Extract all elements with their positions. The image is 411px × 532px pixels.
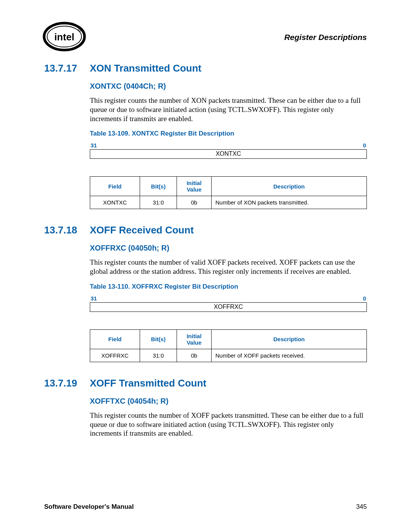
cell-field: XONTXC — [90, 196, 140, 209]
th-bits: Bit(s) — [140, 177, 177, 196]
section-heading: 13.7.18 XOFF Received Count — [44, 224, 367, 236]
section-body: XOFFTXC (04054h; R) This register counts… — [90, 397, 367, 438]
section-xoff-received: 13.7.18 XOFF Received Count XOFFRXC (040… — [44, 224, 367, 362]
section-title: XOFF Transmitted Count — [90, 377, 367, 389]
th-field: Field — [90, 177, 140, 196]
th-bits: Bit(s) — [140, 329, 177, 349]
body-text: This register counts the number of XON p… — [90, 96, 367, 123]
table-caption: Table 13-110. XOFFRXC Register Bit Descr… — [90, 283, 367, 291]
cell-initial: 0b — [177, 196, 212, 209]
section-body: XOFFRXC (04050h; R) This register counts… — [90, 244, 367, 362]
intel-logo: intel R — [42, 21, 87, 52]
footer-title: Software Developer's Manual — [44, 503, 134, 511]
section-heading: 13.7.17 XON Transmitted Count — [44, 62, 367, 74]
cell-bits: 31:0 — [140, 349, 177, 362]
section-xoff-transmitted: 13.7.19 XOFF Transmitted Count XOFFTXC (… — [44, 377, 367, 438]
body-text: This register counts the number of XOFF … — [90, 411, 367, 438]
bit-low: 0 — [363, 142, 366, 149]
page-number: 345 — [356, 503, 367, 511]
table-caption: Table 13-109. XONTXC Register Bit Descri… — [90, 130, 367, 137]
cell-initial: 0b — [177, 349, 212, 362]
page-footer: Software Developer's Manual 345 — [44, 503, 367, 511]
cell-desc: Number of XON packets transmitted. — [212, 196, 367, 209]
page: intel R Register Descriptions 13.7.17 XO… — [0, 0, 411, 532]
register-heading: XOFFRXC (04050h; R) — [90, 244, 367, 252]
register-table: Field Bit(s) Initial Value Description X… — [90, 176, 367, 209]
bit-field-box: XOFFRXC — [90, 302, 367, 312]
body-text: This register counts the number of valid… — [90, 258, 367, 276]
svg-text:intel: intel — [54, 32, 75, 42]
table-row: XONTXC 31:0 0b Number of XON packets tra… — [90, 196, 367, 209]
cell-bits: 31:0 — [140, 196, 177, 209]
section-xon-transmitted: 13.7.17 XON Transmitted Count XONTXC (04… — [44, 62, 367, 209]
cell-desc: Number of XOFF packets received. — [212, 349, 367, 362]
bit-range-labels: 31 0 — [90, 142, 367, 149]
bit-low: 0 — [363, 295, 366, 302]
th-field: Field — [90, 329, 140, 349]
svg-text:R: R — [80, 29, 81, 31]
th-initial: Initial Value — [177, 177, 212, 196]
page-header: intel R Register Descriptions — [44, 21, 367, 52]
section-title: XON Transmitted Count — [90, 62, 367, 74]
register-heading: XOFFTXC (04054h; R) — [90, 397, 367, 406]
section-number: 13.7.19 — [44, 377, 90, 389]
bit-range-labels: 31 0 — [90, 295, 367, 302]
th-desc: Description — [212, 177, 367, 196]
bit-high: 31 — [91, 295, 97, 302]
th-initial: Initial Value — [177, 329, 212, 349]
register-table: Field Bit(s) Initial Value Description X… — [90, 329, 367, 362]
section-number: 13.7.17 — [44, 62, 90, 74]
cell-field: XOFFRXC — [90, 349, 140, 362]
section-number: 13.7.18 — [44, 224, 90, 236]
bit-field-box: XONTXC — [90, 149, 367, 159]
header-title: Register Descriptions — [284, 33, 367, 42]
table-row: XOFFRXC 31:0 0b Number of XOFF packets r… — [90, 349, 367, 362]
section-heading: 13.7.19 XOFF Transmitted Count — [44, 377, 367, 389]
section-body: XONTXC (0404Ch; R) This register counts … — [90, 82, 367, 209]
register-heading: XONTXC (0404Ch; R) — [90, 82, 367, 91]
th-desc: Description — [212, 329, 367, 349]
bit-high: 31 — [91, 142, 97, 149]
section-title: XOFF Received Count — [90, 224, 367, 236]
